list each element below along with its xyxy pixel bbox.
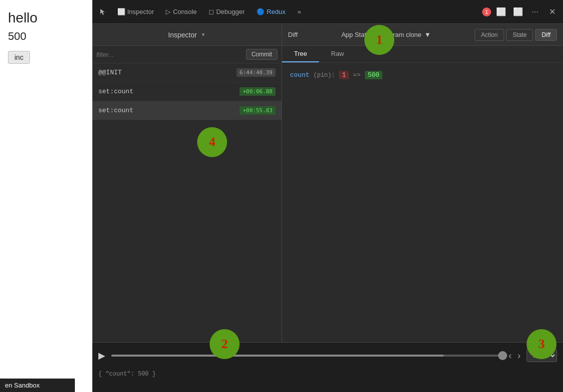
- devtools-panel: ⬜ Inspector ▷ Console ◻ Debugger 🔵 Redux…: [92, 0, 563, 392]
- sandbox-label: en Sandbox: [0, 379, 75, 392]
- ellipsis-icon[interactable]: ···: [528, 5, 542, 19]
- tab-console[interactable]: ▷ Console: [161, 6, 202, 17]
- play-button[interactable]: ▶: [98, 350, 105, 361]
- inspector-title: Inspector: [168, 31, 197, 39]
- action-list: @@INIT 6:44:40.39 set:count +00:06.88 se…: [92, 63, 282, 342]
- page-hello: hello: [8, 10, 84, 26]
- more-tabs-button[interactable]: »: [292, 6, 306, 17]
- commit-button[interactable]: Commit: [246, 49, 278, 60]
- diff-pin: (pin):: [313, 72, 335, 79]
- inc-button[interactable]: inc: [8, 51, 30, 64]
- next-button[interactable]: ›: [518, 351, 521, 361]
- app-state-chevron: ▼: [424, 31, 431, 38]
- inspector-panel: Inspector ▼ Commit @@INIT 6:44:40.39 set…: [92, 24, 282, 342]
- filter-bar: Commit: [92, 46, 282, 63]
- slider-fill: [111, 355, 444, 357]
- action-name: set:count: [98, 107, 133, 114]
- action-item-setcount-2[interactable]: set:count +00:55.83: [92, 101, 282, 120]
- action-time: 6:44:40.39: [237, 68, 276, 77]
- action-item-setcount-1[interactable]: set:count +00:06.88: [92, 82, 282, 101]
- sub-tab-tree[interactable]: Tree: [282, 46, 319, 62]
- filter-input[interactable]: [96, 51, 243, 58]
- diff-content: count (pin): 1 => 500: [282, 63, 563, 342]
- diff-header: Diff App State - instagram clone ▼ Actio…: [282, 24, 563, 46]
- speed-select[interactable]: 1x 2x 0.5x: [527, 349, 557, 362]
- window-icon[interactable]: ⬜: [494, 5, 508, 19]
- diff-panel: Diff App State - instagram clone ▼ Actio…: [282, 24, 563, 342]
- diff-tabs: Action State Diff: [475, 29, 557, 41]
- page-number: 500: [8, 30, 84, 43]
- action-name: set:count: [98, 88, 133, 95]
- popout-icon[interactable]: ⬜: [511, 5, 525, 19]
- sub-tab-raw[interactable]: Raw: [319, 46, 356, 62]
- tab-redux[interactable]: 🔵 Redux: [252, 6, 290, 17]
- inspector-header: Inspector ▼: [92, 24, 282, 46]
- diff-title: Diff: [288, 31, 297, 38]
- state-preview: { "count": 500 }: [92, 369, 563, 382]
- console-tab-icon: ▷: [166, 8, 171, 15]
- tab-debugger[interactable]: ◻ Debugger: [204, 6, 250, 17]
- action-name: @@INIT: [98, 69, 122, 76]
- devtools-bottom: ▶ ‹ › 1x 2x 0.5x { "count": 500 }: [92, 342, 563, 392]
- inspector-tab-icon: ⬜: [117, 8, 125, 15]
- action-time: +00:55.83: [240, 106, 276, 115]
- devtools-toolbar: ⬜ Inspector ▷ Console ◻ Debugger 🔵 Redux…: [92, 0, 563, 24]
- cursor-icon[interactable]: [96, 5, 110, 19]
- tab-state[interactable]: State: [506, 29, 533, 41]
- tab-inspector[interactable]: ⬜ Inspector: [112, 6, 159, 17]
- prev-button[interactable]: ‹: [509, 351, 512, 361]
- diff-old-value: 1: [339, 71, 349, 79]
- diff-key: count: [290, 71, 309, 79]
- error-badge: 1: [482, 7, 491, 16]
- action-time: +00:06.88: [240, 87, 276, 96]
- inspector-chevron: ▼: [201, 32, 206, 37]
- tab-diff[interactable]: Diff: [535, 29, 557, 41]
- redux-tab-icon: 🔵: [257, 8, 265, 15]
- toolbar-right: 1 ⬜ ⬜ ··· ✕: [480, 5, 559, 19]
- slider-container[interactable]: [111, 355, 503, 357]
- diff-new-value: 500: [365, 71, 382, 79]
- slider-track[interactable]: [111, 355, 503, 357]
- slider-thumb[interactable]: [498, 351, 507, 360]
- diff-line: count (pin): 1 => 500: [290, 71, 555, 79]
- action-item-init[interactable]: @@INIT 6:44:40.39: [92, 63, 282, 82]
- app-state-label: App State - instagram clone ▼: [341, 31, 431, 38]
- sub-tabs-bar: Tree Raw: [282, 46, 563, 63]
- devtools-main: Inspector ▼ Commit @@INIT 6:44:40.39 set…: [92, 24, 563, 342]
- diff-arrow: =>: [353, 71, 361, 79]
- page-content: hello 500 inc: [0, 0, 92, 392]
- close-button[interactable]: ✕: [545, 5, 559, 19]
- tab-action[interactable]: Action: [475, 29, 504, 41]
- debugger-tab-icon: ◻: [209, 8, 214, 15]
- playback-bar: ▶ ‹ › 1x 2x 0.5x: [92, 343, 563, 369]
